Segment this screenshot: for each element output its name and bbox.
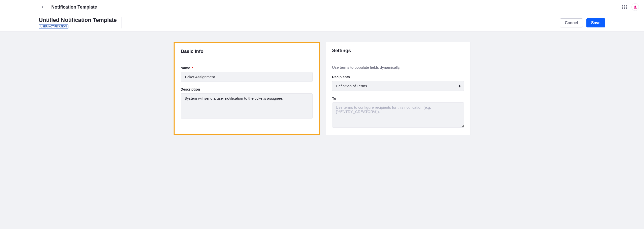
name-label: Name * [181,66,313,70]
topbar: Notification Template [0,0,644,14]
body-area: Basic Info Name * Description S [0,31,644,229]
page-title: Untitled Notification Template [39,17,117,23]
breadcrumb-title: Notification Template [51,5,97,10]
to-textarea[interactable] [332,102,464,128]
apps-icon[interactable] [622,5,627,9]
required-asterisk: * [192,66,193,70]
to-label: To [332,96,464,100]
divider [121,17,122,28]
user-avatar[interactable] [631,3,639,11]
basic-info-card: Basic Info Name * Description [174,42,320,135]
recipients-select[interactable]: Definition of Terms [332,81,464,91]
back-button[interactable] [39,3,46,11]
chevron-left-icon [41,5,44,9]
type-badge: USER NOTIFICATION [39,24,68,29]
settings-card: Settings Use terms to populate fields dy… [326,42,470,135]
name-input[interactable] [181,72,313,82]
settings-title: Settings [332,48,464,53]
basic-info-title: Basic Info [181,49,313,54]
name-label-text: Name [181,66,190,70]
subheader: Untitled Notification Template USER NOTI… [0,14,644,31]
save-button[interactable]: Save [586,18,605,27]
description-textarea[interactable] [181,93,313,119]
cancel-button[interactable]: Cancel [560,18,583,27]
recipients-label: Recipients [332,75,464,79]
user-icon [633,5,637,9]
description-label: Description [181,87,313,91]
settings-hint: Use terms to populate fields dynamically… [332,65,464,69]
